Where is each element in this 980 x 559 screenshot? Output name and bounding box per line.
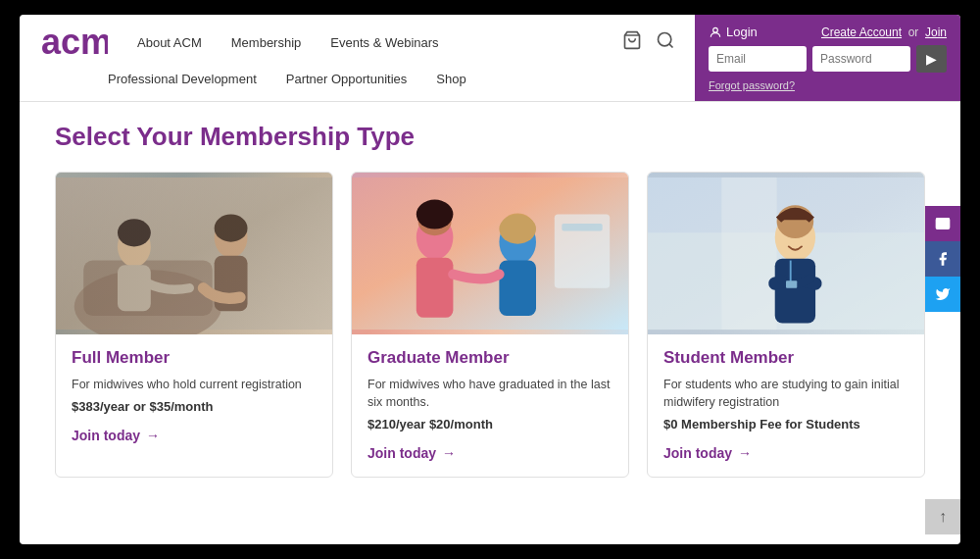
svg-rect-24 xyxy=(562,224,602,231)
login-fields: ▶ xyxy=(709,45,947,73)
scroll-up-button[interactable]: ↑ xyxy=(925,499,960,534)
svg-point-2 xyxy=(659,32,671,45)
full-member-title: Full Member xyxy=(72,348,317,368)
full-member-description: For midwives who hold current registrati… xyxy=(72,376,317,393)
full-member-price: $383/year or $35/month xyxy=(72,399,317,414)
email-icon xyxy=(935,216,951,231)
join-link-header[interactable]: Join xyxy=(925,25,947,39)
svg-text:acm: acm xyxy=(41,23,108,62)
twitter-icon xyxy=(935,286,951,302)
header: acm About ACM Membership Events & Webina… xyxy=(20,15,960,102)
svg-point-22 xyxy=(499,215,536,244)
svg-point-8 xyxy=(118,227,151,267)
search-icon[interactable] xyxy=(656,30,675,55)
svg-point-4 xyxy=(713,27,718,32)
full-member-join-button[interactable]: Join today → xyxy=(72,428,160,443)
svg-rect-19 xyxy=(416,258,454,318)
twitter-share-button[interactable] xyxy=(925,277,960,312)
membership-cards: Full Member For midwives who hold curren… xyxy=(55,172,925,478)
graduate-member-description: For midwives who have graduated in the l… xyxy=(368,376,612,411)
facebook-icon xyxy=(935,251,951,267)
student-member-description: For students who are studying to gain in… xyxy=(663,376,908,411)
scroll-up-icon: ↑ xyxy=(939,508,947,526)
side-buttons xyxy=(925,206,960,312)
svg-rect-11 xyxy=(215,256,248,311)
graduate-member-join-button[interactable]: Join today → xyxy=(368,445,456,461)
svg-point-6 xyxy=(74,270,221,334)
page-content: Select Your Membership Type xyxy=(20,102,960,497)
svg-rect-16 xyxy=(499,261,536,316)
nav-membership[interactable]: Membership xyxy=(231,35,302,50)
facebook-share-button[interactable] xyxy=(925,241,960,277)
header-top: acm About ACM Membership Events & Webina… xyxy=(39,15,675,66)
header-icons xyxy=(622,30,675,55)
student-member-price: $0 Membership Fee for Students xyxy=(663,417,908,432)
nav-shop[interactable]: Shop xyxy=(436,72,466,86)
student-member-join-button[interactable]: Join today → xyxy=(663,445,752,461)
student-member-card: Student Member For students who are stud… xyxy=(647,172,925,478)
bottom-nav: Professional Development Partner Opportu… xyxy=(39,66,675,94)
full-member-body: Full Member For midwives who hold curren… xyxy=(56,334,332,459)
email-share-button[interactable] xyxy=(925,206,960,241)
svg-point-21 xyxy=(416,200,454,229)
nav-events-webinars[interactable]: Events & Webinars xyxy=(330,35,438,50)
svg-rect-29 xyxy=(775,259,815,324)
page-title: Select Your Membership Type xyxy=(55,122,925,152)
full-member-image xyxy=(56,173,332,334)
svg-point-12 xyxy=(118,219,151,246)
graduate-member-card: Graduate Member For midwives who have gr… xyxy=(351,172,629,478)
svg-rect-7 xyxy=(83,261,213,316)
student-member-image xyxy=(648,173,924,334)
student-member-title: Student Member xyxy=(663,348,908,368)
header-main: acm About ACM Membership Events & Webina… xyxy=(20,15,695,101)
svg-rect-9 xyxy=(118,265,151,311)
logo[interactable]: acm xyxy=(39,23,108,62)
graduate-member-image xyxy=(352,173,628,334)
nav-about-acm[interactable]: About ACM xyxy=(137,35,202,50)
nav-professional-development[interactable]: Professional Development xyxy=(108,72,257,86)
svg-rect-5 xyxy=(56,178,332,330)
main-window: acm About ACM Membership Events & Webina… xyxy=(20,15,960,544)
full-member-card: Full Member For midwives who hold curren… xyxy=(55,172,333,478)
cart-icon[interactable] xyxy=(622,30,642,55)
nav-partner-opportunities[interactable]: Partner Opportunities xyxy=(286,72,408,86)
password-input[interactable] xyxy=(812,46,910,72)
student-member-body: Student Member For students who are stud… xyxy=(648,334,924,477)
login-submit-button[interactable]: ▶ xyxy=(916,45,947,73)
svg-line-3 xyxy=(669,43,673,47)
forgot-password[interactable]: Forgot password? xyxy=(709,79,947,91)
graduate-member-body: Graduate Member For midwives who have gr… xyxy=(352,334,628,477)
top-nav: About ACM Membership Events & Webinars xyxy=(137,35,622,50)
graduate-member-price: $210/year $20/month xyxy=(368,417,612,432)
login-panel: Login Create Account or Join ▶ Forgot pa… xyxy=(695,15,960,101)
svg-point-13 xyxy=(215,215,248,242)
svg-rect-31 xyxy=(786,280,797,288)
email-input[interactable] xyxy=(709,46,807,72)
svg-point-10 xyxy=(215,217,248,257)
outer-wrapper: acm About ACM Membership Events & Webina… xyxy=(0,0,980,559)
create-account-link[interactable]: Create Account xyxy=(821,25,902,39)
login-links: Create Account or Join xyxy=(821,25,947,39)
graduate-member-title: Graduate Member xyxy=(368,348,612,368)
login-label: Login xyxy=(709,25,758,39)
login-top: Login Create Account or Join xyxy=(709,25,947,39)
svg-rect-27 xyxy=(721,178,776,330)
